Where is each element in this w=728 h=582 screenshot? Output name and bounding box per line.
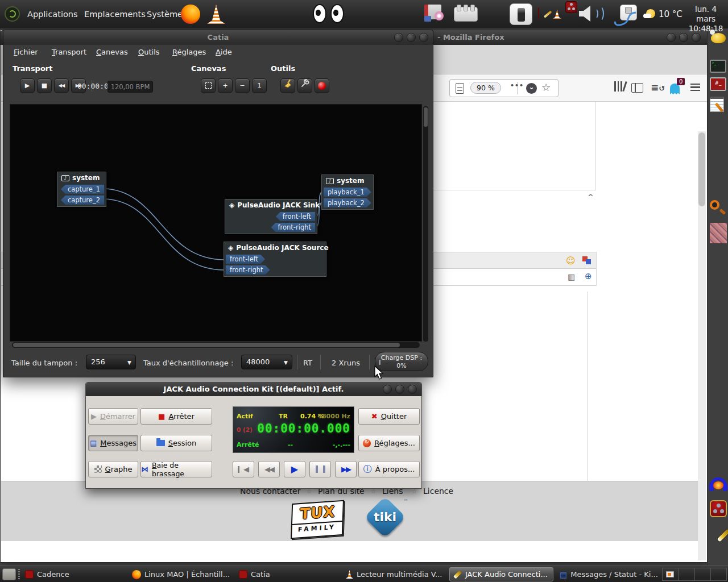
irc-terminal-icon[interactable]: #_ — [710, 76, 726, 91]
task-cadence[interactable]: Cadence — [22, 567, 126, 581]
transport-forward-button[interactable]: ▶▶ — [335, 461, 357, 477]
settings-button[interactable]: Réglages... — [358, 435, 420, 451]
transport-play-button[interactable]: ▶ — [284, 461, 305, 477]
distro-menu-icon[interactable] — [5, 6, 20, 22]
menu-systeme[interactable]: Système — [147, 0, 183, 28]
menu-canevas[interactable]: Canevas — [96, 45, 128, 60]
workspace-4[interactable] — [711, 568, 726, 580]
library-icon[interactable] — [614, 81, 625, 92]
transport-rewind-button[interactable]: ◀◀ — [258, 461, 280, 477]
start-button[interactable]: ▶ Démarrer — [88, 408, 138, 425]
port-front-left[interactable]: front-left — [226, 255, 265, 264]
sidebar-icon[interactable] — [631, 83, 643, 93]
scrollbar-thumb[interactable] — [424, 107, 428, 127]
menu-transport[interactable]: Transport — [52, 45, 86, 60]
node-system-playback[interactable]: ♪system playback_1 playback_2 — [321, 174, 374, 210]
clock-applet[interactable]: lun. 4 mars 10:48:18 — [687, 5, 725, 34]
quit-button[interactable]: ✖ Quitter — [358, 408, 420, 425]
task-catia[interactable]: Catia — [235, 567, 340, 581]
port-capture-1[interactable]: capture_1 — [61, 185, 104, 194]
qjackctl-minimize-button[interactable] — [383, 385, 392, 394]
port-playback-2[interactable]: playback_2 — [324, 198, 371, 207]
menu-outils[interactable]: Outils — [138, 45, 160, 60]
weather-temperature[interactable]: 10 °C — [659, 9, 682, 19]
port-front-left[interactable]: front-left — [276, 212, 315, 221]
record-led-button[interactable] — [315, 78, 329, 93]
firefox-minimize-button[interactable] — [667, 33, 676, 42]
notes-icon[interactable] — [710, 97, 724, 114]
firefox-maximize-button[interactable] — [679, 33, 688, 42]
tuxfamily-logo[interactable]: TUX FAMILY — [291, 500, 344, 539]
port-playback-1[interactable]: playback_1 — [324, 188, 371, 197]
graph-button[interactable]: Graphe — [88, 461, 138, 477]
sample-rate-combo[interactable]: 48000 ▼ — [241, 355, 292, 369]
zoom-fit-button[interactable] — [201, 78, 216, 93]
zoom-level-button[interactable]: 90 % — [470, 82, 501, 94]
qjackctl-maximize-button[interactable] — [395, 385, 404, 394]
node-pulseaudio-jack-source[interactable]: ◈PulseAudio JACK Source front-left front… — [224, 242, 326, 277]
browser-scrollbar[interactable] — [698, 131, 706, 560]
dice-icon[interactable] — [586, 259, 591, 264]
canvas-horizontal-scrollbar[interactable] — [12, 342, 420, 348]
transport-pause-button[interactable] — [309, 461, 331, 477]
ardour-tray-icon[interactable] — [538, 7, 539, 19]
menu-reglages[interactable]: Réglages — [172, 45, 206, 60]
node-system-capture[interactable]: ♪system capture_1 capture_2 — [57, 172, 106, 207]
page-actions-icon[interactable]: ••• — [510, 82, 524, 89]
scrollbar-thumb[interactable] — [13, 343, 400, 347]
transport-backward-button[interactable]: ◀ — [233, 461, 254, 477]
tartan-pattern-icon[interactable] — [710, 223, 727, 246]
globe-icon[interactable]: ⊕ — [585, 271, 592, 281]
transport-play-button[interactable]: ▶ — [20, 78, 35, 93]
catia-titlebar[interactable]: Catia — [3, 30, 433, 45]
vlc-tray-icon[interactable] — [553, 10, 561, 19]
stop-button[interactable]: ■ Arrêter — [140, 408, 212, 425]
fan-tray-icon[interactable] — [565, 1, 577, 13]
fan-app-icon[interactable] — [710, 500, 727, 519]
firefox-close-button[interactable] — [692, 33, 701, 42]
configure-wrench-button[interactable] — [297, 78, 312, 93]
port-front-right[interactable]: front-right — [271, 223, 315, 232]
footer-link-license[interactable]: Licence — [423, 487, 453, 496]
magic-lamp-icon[interactable] — [711, 33, 726, 45]
qjackctl-titlebar[interactable]: JACK Audio Connection Kit [(default)] Ac… — [86, 383, 421, 396]
package-manager-tray-icon[interactable] — [424, 5, 441, 22]
recent-history-icon[interactable]: ≡↺ — [651, 82, 665, 93]
canvas-vertical-scrollbar[interactable] — [423, 106, 428, 342]
menu-emplacements[interactable]: Emplacements — [84, 0, 146, 28]
headphones-audio-icon[interactable] — [710, 477, 727, 489]
scroll-top-caret[interactable]: ^ — [588, 193, 594, 201]
hamburger-menu-icon[interactable] — [690, 84, 700, 91]
catia-maximize-button[interactable] — [407, 33, 416, 42]
messages-button[interactable]: ▤ Messages — [88, 435, 138, 451]
pen-icon[interactable] — [710, 524, 725, 535]
scrollbar-thumb[interactable] — [698, 132, 705, 206]
volume-tray-icon[interactable] — [579, 6, 590, 24]
task-qjackctl[interactable]: JACK Audio Connecti... — [449, 567, 553, 581]
power-switch-tray-icon[interactable] — [510, 3, 532, 25]
about-button[interactable]: ⓘ À propos... — [358, 461, 420, 477]
search-magnifier-icon[interactable] — [710, 200, 719, 212]
zoom-out-button[interactable]: − — [235, 78, 250, 93]
zoom-100-button[interactable]: 1 — [252, 78, 267, 93]
task-firefox[interactable]: Linux MAO | Échantill... — [129, 567, 233, 581]
pocket-icon[interactable]: ⌄ — [526, 83, 537, 94]
catia-minimize-button[interactable] — [394, 33, 403, 42]
menu-applications[interactable]: Applications — [27, 0, 78, 28]
network-tray-icon[interactable] — [620, 5, 637, 23]
transport-rewind-button[interactable]: ◀◀ — [54, 78, 69, 93]
firefox-launcher-icon[interactable] — [181, 5, 200, 24]
qjackctl-close-button[interactable] — [408, 385, 417, 394]
session-button[interactable]: Session — [140, 435, 212, 451]
workspace-3[interactable] — [695, 568, 711, 580]
mixer-tray-icon[interactable] — [454, 7, 478, 24]
zoom-in-button[interactable]: + — [218, 78, 233, 93]
tiki-logo[interactable]: tiki ™ — [369, 501, 402, 534]
firefox-urlbar[interactable]: 90 % ••• ⌄ ☆ — [449, 79, 559, 97]
reader-view-icon[interactable] — [456, 83, 464, 94]
node-pulseaudio-jack-sink[interactable]: ◈PulseAudio JACK Sink front-left front-r… — [225, 199, 317, 234]
workspace-1[interactable] — [663, 568, 679, 580]
port-front-right[interactable]: front-right — [226, 265, 270, 275]
clear-xruns-broom-button[interactable] — [280, 78, 295, 93]
catia-close-button[interactable] — [419, 33, 428, 42]
